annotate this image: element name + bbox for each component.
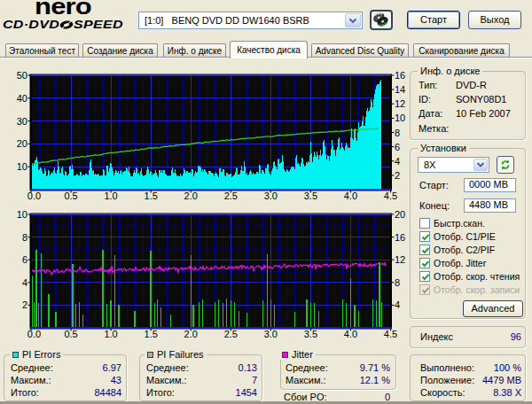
svg-text:6: 6 xyxy=(395,142,400,152)
svg-text:50: 50 xyxy=(17,70,27,81)
svg-text:8: 8 xyxy=(22,232,27,243)
svg-text:1.5: 1.5 xyxy=(145,190,158,201)
svg-text:3.0: 3.0 xyxy=(264,329,278,339)
svg-text:4: 4 xyxy=(22,277,27,288)
svg-text:0.0: 0.0 xyxy=(27,329,41,339)
svg-text:20: 20 xyxy=(395,209,405,220)
svg-text:0.0: 0.0 xyxy=(27,190,41,201)
svg-text:30: 30 xyxy=(17,116,27,127)
svg-text:6: 6 xyxy=(22,254,27,265)
svg-text:3.0: 3.0 xyxy=(264,190,278,201)
svg-text:4.0: 4.0 xyxy=(344,329,357,339)
svg-text:12: 12 xyxy=(395,254,405,265)
svg-text:16: 16 xyxy=(395,232,405,243)
svg-text:14: 14 xyxy=(395,84,405,95)
svg-text:2.0: 2.0 xyxy=(184,329,198,339)
svg-text:10: 10 xyxy=(395,113,405,123)
svg-text:3.5: 3.5 xyxy=(304,190,317,201)
svg-text:10: 10 xyxy=(17,161,27,172)
svg-text:3.5: 3.5 xyxy=(304,329,317,339)
svg-text:4: 4 xyxy=(395,156,400,167)
svg-text:1.0: 1.0 xyxy=(104,329,117,339)
svg-text:2: 2 xyxy=(395,170,400,181)
svg-text:16: 16 xyxy=(395,70,405,81)
svg-text:4.5: 4.5 xyxy=(384,190,397,201)
svg-text:2: 2 xyxy=(22,299,27,310)
svg-text:2.5: 2.5 xyxy=(224,329,238,339)
svg-text:2.5: 2.5 xyxy=(224,190,238,201)
svg-text:1.0: 1.0 xyxy=(104,190,117,201)
svg-text:20: 20 xyxy=(17,138,27,149)
svg-text:2.0: 2.0 xyxy=(184,190,198,201)
svg-text:40: 40 xyxy=(17,93,27,104)
svg-text:12: 12 xyxy=(395,98,405,109)
svg-text:8: 8 xyxy=(395,128,400,138)
svg-text:1.5: 1.5 xyxy=(145,329,158,339)
svg-text:0.5: 0.5 xyxy=(64,190,77,201)
svg-text:10: 10 xyxy=(17,209,27,220)
svg-text:4: 4 xyxy=(395,299,400,310)
svg-text:4.5: 4.5 xyxy=(384,329,397,339)
svg-text:4.0: 4.0 xyxy=(344,190,357,201)
svg-text:0.5: 0.5 xyxy=(64,329,77,339)
svg-text:8: 8 xyxy=(395,277,400,288)
